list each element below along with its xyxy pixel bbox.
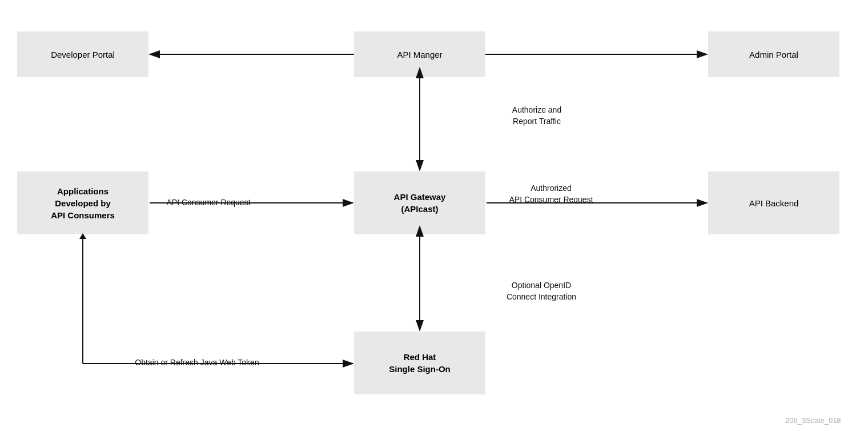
admin-portal-label: Admin Portal bbox=[749, 49, 798, 61]
api-consumers-label: Applications Developed by API Consumers bbox=[51, 185, 115, 221]
api-consumer-request-label: API Consumer Request bbox=[151, 197, 266, 209]
optional-openid-label: Optional OpenID Connect Integration bbox=[490, 280, 593, 302]
obtain-refresh-label: Obtain or Refresh Java Web Token bbox=[117, 357, 277, 369]
authorize-report-label: Authorize and Report Traffic bbox=[491, 105, 582, 127]
api-backend-label: API Backend bbox=[749, 197, 799, 209]
api-gateway-label: API Gateway (APIcast) bbox=[394, 191, 446, 215]
watermark: 206_3Scale_018 bbox=[785, 416, 841, 425]
api-consumers-box: Applications Developed by API Consumers bbox=[17, 171, 148, 234]
api-manager-label: API Manger bbox=[397, 49, 442, 61]
developer-portal-box: Developer Portal bbox=[17, 31, 148, 77]
diagram-container: Developer Portal API Manger Admin Portal… bbox=[0, 0, 868, 431]
api-backend-box: API Backend bbox=[708, 171, 839, 234]
admin-portal-box: Admin Portal bbox=[708, 31, 839, 77]
api-gateway-box: API Gateway (APIcast) bbox=[354, 171, 485, 234]
red-hat-sso-box: Red Hat Single Sign-On bbox=[354, 332, 485, 394]
developer-portal-label: Developer Portal bbox=[51, 49, 115, 61]
authorized-api-consumer-label: Authrorized API Consumer Request bbox=[497, 183, 605, 205]
red-hat-sso-label: Red Hat Single Sign-On bbox=[389, 351, 451, 375]
api-manager-box: API Manger bbox=[354, 31, 485, 77]
